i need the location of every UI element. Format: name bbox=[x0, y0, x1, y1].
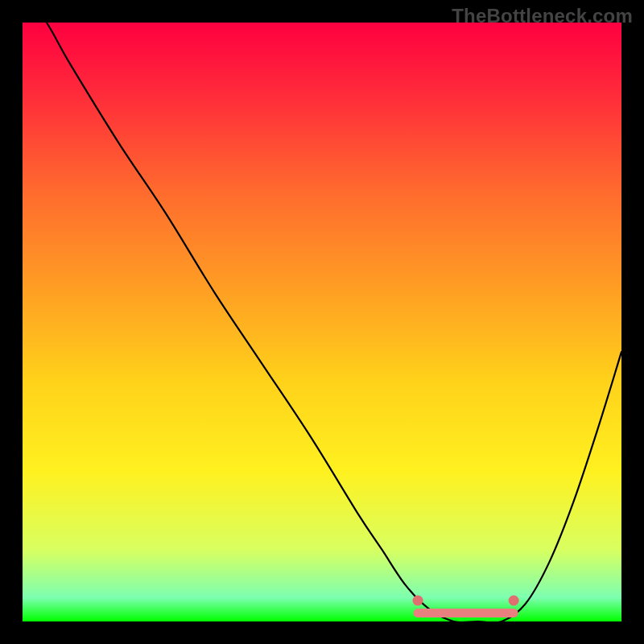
chart-container: TheBottleneck.com bbox=[0, 0, 644, 644]
watermark-text: TheBottleneck.com bbox=[452, 5, 633, 27]
plot-svg bbox=[23, 23, 621, 621]
plot-frame bbox=[23, 23, 621, 621]
gradient-background bbox=[23, 23, 621, 621]
